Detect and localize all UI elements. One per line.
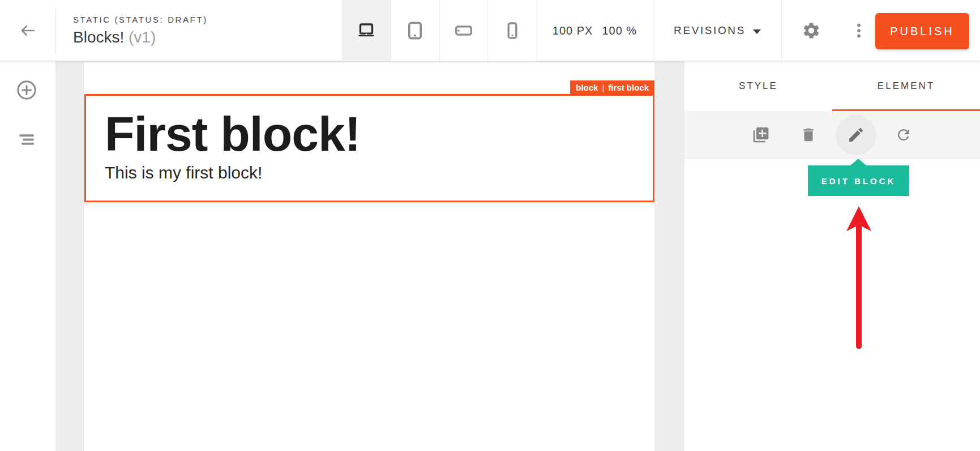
trash-icon bbox=[800, 126, 817, 143]
block-heading: First block! bbox=[105, 109, 647, 159]
add-circle-icon bbox=[16, 79, 37, 101]
page-title-group: STATIC (STATUS: DRAFT) Blocks! (v1) bbox=[73, 15, 208, 46]
left-sidebar bbox=[0, 61, 56, 451]
page-title: Blocks! (v1) bbox=[73, 28, 208, 46]
add-block-button[interactable] bbox=[15, 79, 38, 101]
phone-landscape-icon bbox=[454, 21, 473, 40]
inspector-panel: STYLE ELEMENT bbox=[684, 61, 980, 451]
blocks-list-icon bbox=[16, 129, 37, 150]
edit-block-tooltip: EDIT BLOCK bbox=[808, 165, 909, 196]
device-phone-landscape-button[interactable] bbox=[439, 0, 488, 61]
tab-element[interactable]: ELEMENT bbox=[832, 61, 980, 111]
device-preview-switcher bbox=[342, 0, 537, 61]
delete-block-button[interactable] bbox=[799, 125, 818, 144]
tab-style[interactable]: STYLE bbox=[684, 61, 832, 111]
refresh-block-button[interactable] bbox=[894, 125, 913, 144]
version-badge: (v1) bbox=[129, 28, 156, 46]
blocks-list-button[interactable] bbox=[15, 128, 38, 151]
revisions-label: REVISIONS bbox=[674, 24, 746, 37]
device-tablet-button[interactable] bbox=[391, 0, 439, 61]
viewport-width-value: 100 PX bbox=[553, 24, 593, 37]
block-subtitle: This is my first block! bbox=[105, 163, 647, 182]
viewport-zoom-value: 100 % bbox=[602, 24, 637, 37]
edit-block-button[interactable] bbox=[846, 125, 866, 144]
pencil-icon bbox=[847, 126, 865, 144]
block-tag-type: block bbox=[576, 83, 598, 92]
refresh-icon bbox=[895, 126, 912, 143]
duplicate-icon bbox=[752, 126, 770, 144]
selected-block[interactable]: First block! This is my first block! bbox=[84, 94, 654, 202]
block-tag-separator: | bbox=[602, 83, 604, 92]
editor-canvas: block | first block First block! This is… bbox=[56, 61, 684, 451]
tooltip-pointer bbox=[850, 159, 866, 165]
duplicate-block-button[interactable] bbox=[751, 125, 771, 144]
gear-icon bbox=[802, 21, 821, 40]
app-window: STATIC (STATUS: DRAFT) Blocks! (v1) bbox=[0, 0, 980, 451]
top-toolbar: STATIC (STATUS: DRAFT) Blocks! (v1) bbox=[0, 0, 980, 61]
device-desktop-button[interactable] bbox=[342, 0, 391, 61]
inspector-tabs: STYLE ELEMENT bbox=[684, 61, 980, 111]
laptop-icon bbox=[357, 21, 376, 40]
device-phone-portrait-button[interactable] bbox=[487, 0, 537, 61]
block-label-badge: block | first block bbox=[570, 80, 654, 94]
status-label: STATIC (STATUS: DRAFT) bbox=[73, 15, 208, 24]
back-button[interactable] bbox=[0, 0, 55, 61]
settings-button[interactable] bbox=[797, 15, 825, 46]
publish-button[interactable]: PUBLISH bbox=[875, 13, 969, 49]
chevron-down-icon bbox=[753, 29, 761, 34]
revisions-dropdown[interactable]: REVISIONS bbox=[653, 0, 782, 61]
block-tag-name: first block bbox=[608, 83, 649, 92]
viewport-size-info: 100 PX 100 % bbox=[537, 0, 653, 61]
phone-portrait-icon bbox=[503, 21, 522, 40]
header-divider bbox=[55, 7, 55, 54]
more-options-button[interactable] bbox=[847, 15, 871, 46]
element-toolbar bbox=[684, 111, 980, 159]
kebab-menu-icon bbox=[850, 22, 867, 39]
back-arrow-icon bbox=[19, 22, 37, 40]
tablet-icon bbox=[405, 21, 425, 40]
page-title-text: Blocks! bbox=[73, 28, 124, 46]
